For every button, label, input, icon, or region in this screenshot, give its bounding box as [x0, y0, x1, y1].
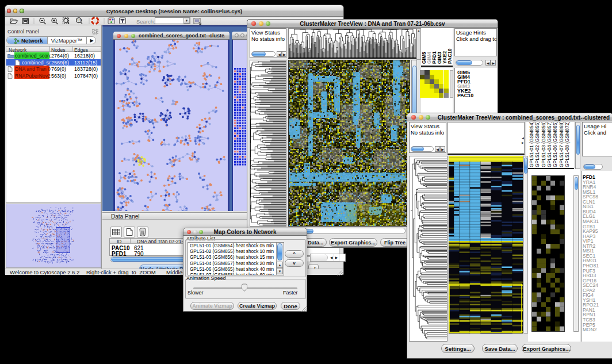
svg-text:GPL51-02 (GSM855): GPL51-02 (GSM855): [534, 122, 540, 167]
svg-text:1:1: 1:1: [77, 19, 81, 22]
svg-text:GPL51-06 (GSM865): GPL51-06 (GSM865): [552, 122, 558, 167]
svg-text:GPL51-01 (GSM854): GPL51-01 (GSM854): [529, 122, 534, 167]
svg-text:GPL51-04 (GSM857): GPL51-04 (GSM857): [546, 122, 552, 167]
svg-text:GPL51-03 (GSM856): GPL51-03 (GSM856): [541, 122, 546, 167]
svg-text:GPL51-07 (GSM868): GPL51-07 (GSM868): [559, 122, 564, 167]
svg-text:GPL51-08 (GSM872): GPL51-08 (GSM872): [564, 122, 570, 167]
svg-text:PAC10: PAC10: [447, 48, 453, 64]
